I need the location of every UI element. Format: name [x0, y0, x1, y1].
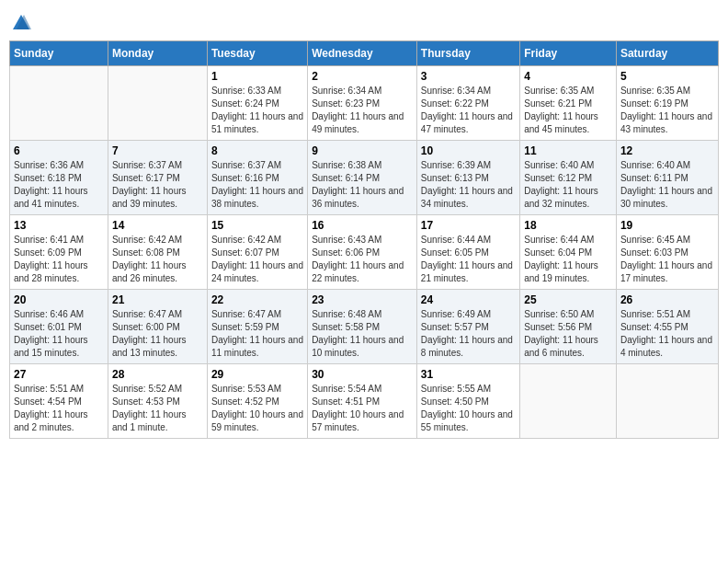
- calendar-table: SundayMondayTuesdayWednesdayThursdayFrid…: [9, 40, 719, 439]
- header-sunday: Sunday: [10, 41, 108, 66]
- day-number: 15: [211, 219, 303, 232]
- day-info: Sunrise: 6:40 AM Sunset: 6:12 PM Dayligh…: [524, 159, 612, 211]
- day-number: 18: [524, 219, 612, 232]
- day-info: Sunrise: 6:34 AM Sunset: 6:22 PM Dayligh…: [421, 85, 516, 136]
- calendar-week-row: 20Sunrise: 6:46 AM Sunset: 6:01 PM Dayli…: [10, 290, 719, 364]
- calendar-cell: 28Sunrise: 5:52 AM Sunset: 4:53 PM Dayli…: [108, 364, 207, 439]
- day-number: 6: [14, 144, 104, 157]
- day-number: 21: [112, 293, 203, 306]
- day-info: Sunrise: 5:54 AM Sunset: 4:51 PM Dayligh…: [312, 383, 413, 434]
- calendar-cell: 18Sunrise: 6:44 AM Sunset: 6:04 PM Dayli…: [520, 215, 617, 290]
- calendar-cell: [10, 66, 108, 141]
- day-number: 22: [211, 293, 303, 306]
- calendar-cell: 12Sunrise: 6:40 AM Sunset: 6:11 PM Dayli…: [616, 141, 718, 215]
- calendar-week-row: 27Sunrise: 5:51 AM Sunset: 4:54 PM Dayli…: [10, 364, 719, 439]
- day-info: Sunrise: 6:37 AM Sunset: 6:16 PM Dayligh…: [211, 159, 303, 211]
- calendar-cell: 3Sunrise: 6:34 AM Sunset: 6:22 PM Daylig…: [416, 66, 519, 141]
- day-number: 1: [211, 70, 303, 83]
- calendar-week-row: 6Sunrise: 6:36 AM Sunset: 6:18 PM Daylig…: [10, 141, 719, 215]
- day-number: 25: [524, 293, 612, 306]
- day-number: 10: [421, 144, 516, 157]
- calendar-cell: 14Sunrise: 6:42 AM Sunset: 6:08 PM Dayli…: [108, 215, 207, 290]
- day-number: 5: [620, 70, 714, 83]
- day-info: Sunrise: 6:48 AM Sunset: 5:58 PM Dayligh…: [312, 308, 413, 360]
- calendar-cell: 31Sunrise: 5:55 AM Sunset: 4:50 PM Dayli…: [416, 364, 519, 439]
- day-info: Sunrise: 6:47 AM Sunset: 5:59 PM Dayligh…: [211, 308, 303, 360]
- calendar-cell: 26Sunrise: 5:51 AM Sunset: 4:55 PM Dayli…: [616, 290, 718, 364]
- day-info: Sunrise: 6:36 AM Sunset: 6:18 PM Dayligh…: [14, 159, 104, 211]
- header-saturday: Saturday: [616, 41, 718, 66]
- header-monday: Monday: [108, 41, 207, 66]
- calendar-cell: 13Sunrise: 6:41 AM Sunset: 6:09 PM Dayli…: [10, 215, 108, 290]
- calendar-cell: [108, 66, 207, 141]
- calendar-cell: 2Sunrise: 6:34 AM Sunset: 6:23 PM Daylig…: [308, 66, 417, 141]
- day-info: Sunrise: 6:33 AM Sunset: 6:24 PM Dayligh…: [211, 85, 303, 136]
- day-info: Sunrise: 6:44 AM Sunset: 6:04 PM Dayligh…: [524, 234, 612, 285]
- day-number: 13: [14, 219, 104, 232]
- calendar-cell: 5Sunrise: 6:35 AM Sunset: 6:19 PM Daylig…: [616, 66, 718, 141]
- day-number: 9: [312, 144, 413, 157]
- day-info: Sunrise: 6:46 AM Sunset: 6:01 PM Dayligh…: [14, 308, 104, 360]
- day-info: Sunrise: 6:44 AM Sunset: 6:05 PM Dayligh…: [421, 234, 516, 285]
- day-info: Sunrise: 6:43 AM Sunset: 6:06 PM Dayligh…: [312, 234, 413, 285]
- day-info: Sunrise: 6:35 AM Sunset: 6:21 PM Dayligh…: [524, 85, 612, 136]
- day-number: 16: [312, 219, 413, 232]
- day-info: Sunrise: 6:42 AM Sunset: 6:07 PM Dayligh…: [211, 234, 303, 285]
- day-number: 8: [211, 144, 303, 157]
- day-number: 28: [112, 368, 203, 381]
- calendar-cell: 30Sunrise: 5:54 AM Sunset: 4:51 PM Dayli…: [308, 364, 417, 439]
- header-friday: Friday: [520, 41, 617, 66]
- day-info: Sunrise: 6:35 AM Sunset: 6:19 PM Dayligh…: [620, 85, 714, 136]
- day-number: 27: [14, 368, 104, 381]
- calendar-cell: [520, 364, 617, 439]
- day-info: Sunrise: 6:39 AM Sunset: 6:13 PM Dayligh…: [421, 159, 516, 211]
- day-number: 31: [421, 368, 516, 381]
- day-number: 26: [620, 293, 714, 306]
- calendar-cell: 17Sunrise: 6:44 AM Sunset: 6:05 PM Dayli…: [416, 215, 519, 290]
- calendar-cell: 20Sunrise: 6:46 AM Sunset: 6:01 PM Dayli…: [10, 290, 108, 364]
- calendar-cell: 24Sunrise: 6:49 AM Sunset: 5:57 PM Dayli…: [416, 290, 519, 364]
- calendar-cell: 21Sunrise: 6:47 AM Sunset: 6:00 PM Dayli…: [108, 290, 207, 364]
- header-tuesday: Tuesday: [207, 41, 307, 66]
- calendar-cell: [616, 364, 718, 439]
- day-number: 3: [421, 70, 516, 83]
- day-number: 2: [312, 70, 413, 83]
- calendar-cell: 4Sunrise: 6:35 AM Sunset: 6:21 PM Daylig…: [520, 66, 617, 141]
- day-number: 24: [421, 293, 516, 306]
- calendar-cell: 6Sunrise: 6:36 AM Sunset: 6:18 PM Daylig…: [10, 141, 108, 215]
- day-info: Sunrise: 6:50 AM Sunset: 5:56 PM Dayligh…: [524, 308, 612, 360]
- day-info: Sunrise: 6:34 AM Sunset: 6:23 PM Dayligh…: [312, 85, 413, 136]
- day-number: 20: [14, 293, 104, 306]
- calendar-cell: 15Sunrise: 6:42 AM Sunset: 6:07 PM Dayli…: [207, 215, 307, 290]
- calendar-week-row: 13Sunrise: 6:41 AM Sunset: 6:09 PM Dayli…: [10, 215, 719, 290]
- calendar-cell: 16Sunrise: 6:43 AM Sunset: 6:06 PM Dayli…: [308, 215, 417, 290]
- page-header: [9, 9, 719, 33]
- calendar-cell: 8Sunrise: 6:37 AM Sunset: 6:16 PM Daylig…: [207, 141, 307, 215]
- day-number: 11: [524, 144, 612, 157]
- header-wednesday: Wednesday: [308, 41, 417, 66]
- day-info: Sunrise: 5:51 AM Sunset: 4:54 PM Dayligh…: [14, 383, 104, 434]
- calendar-header-row: SundayMondayTuesdayWednesdayThursdayFrid…: [10, 41, 719, 66]
- calendar-cell: 11Sunrise: 6:40 AM Sunset: 6:12 PM Dayli…: [520, 141, 617, 215]
- day-number: 19: [620, 219, 714, 232]
- logo-icon: [11, 13, 31, 33]
- calendar-cell: 27Sunrise: 5:51 AM Sunset: 4:54 PM Dayli…: [10, 364, 108, 439]
- day-number: 23: [312, 293, 413, 306]
- calendar-cell: 7Sunrise: 6:37 AM Sunset: 6:17 PM Daylig…: [108, 141, 207, 215]
- day-info: Sunrise: 5:52 AM Sunset: 4:53 PM Dayligh…: [112, 383, 203, 434]
- day-info: Sunrise: 6:41 AM Sunset: 6:09 PM Dayligh…: [14, 234, 104, 285]
- header-thursday: Thursday: [416, 41, 519, 66]
- day-number: 7: [112, 144, 203, 157]
- calendar-cell: 10Sunrise: 6:39 AM Sunset: 6:13 PM Dayli…: [416, 141, 519, 215]
- day-number: 30: [312, 368, 413, 381]
- day-info: Sunrise: 6:45 AM Sunset: 6:03 PM Dayligh…: [620, 234, 714, 285]
- calendar-cell: 22Sunrise: 6:47 AM Sunset: 5:59 PM Dayli…: [207, 290, 307, 364]
- day-number: 14: [112, 219, 203, 232]
- calendar-week-row: 1Sunrise: 6:33 AM Sunset: 6:24 PM Daylig…: [10, 66, 719, 141]
- calendar-cell: 1Sunrise: 6:33 AM Sunset: 6:24 PM Daylig…: [207, 66, 307, 141]
- calendar-cell: 23Sunrise: 6:48 AM Sunset: 5:58 PM Dayli…: [308, 290, 417, 364]
- day-info: Sunrise: 5:53 AM Sunset: 4:52 PM Dayligh…: [211, 383, 303, 434]
- calendar-cell: 25Sunrise: 6:50 AM Sunset: 5:56 PM Dayli…: [520, 290, 617, 364]
- day-info: Sunrise: 6:40 AM Sunset: 6:11 PM Dayligh…: [620, 159, 714, 211]
- day-number: 4: [524, 70, 612, 83]
